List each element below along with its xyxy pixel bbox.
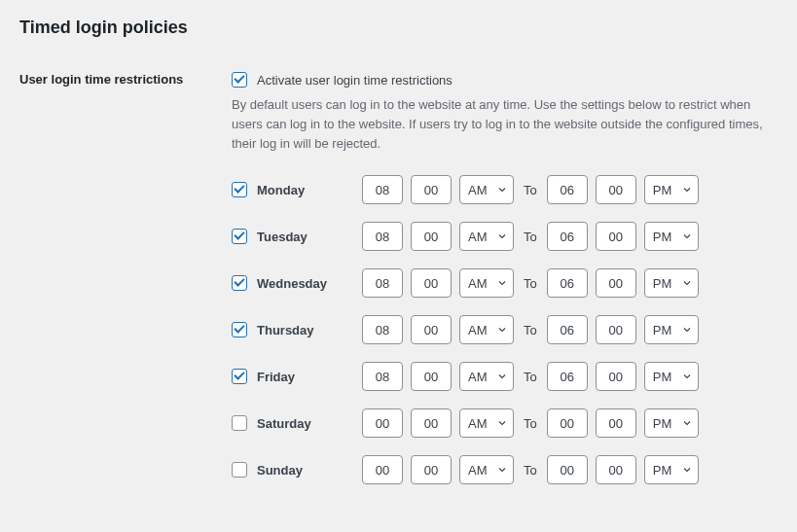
end-ampm-select[interactable]: PM — [644, 362, 699, 391]
day-row: FridayAMToPM — [232, 362, 778, 391]
end-ampm-select[interactable]: PM — [644, 268, 699, 298]
end-minute-input[interactable] — [596, 455, 636, 484]
day-row: WednesdayAMToPM — [232, 268, 778, 298]
start-ampm-select[interactable]: AM — [459, 408, 514, 438]
day-checkbox[interactable] — [232, 369, 247, 384]
day-name: Thursday — [257, 323, 314, 337]
to-label: To — [524, 323, 537, 337]
section-label: User login time restrictions — [19, 72, 232, 87]
end-minute-input[interactable] — [596, 175, 636, 204]
end-hour-input[interactable] — [547, 362, 588, 391]
end-hour-input[interactable] — [547, 268, 588, 298]
start-hour-input[interactable] — [362, 222, 403, 251]
end-hour-input[interactable] — [547, 315, 588, 344]
to-label: To — [524, 276, 537, 291]
end-ampm-select[interactable]: PM — [644, 315, 699, 344]
day-checkbox[interactable] — [232, 322, 247, 337]
day-name: Wednesday — [257, 276, 327, 291]
activate-checkbox[interactable] — [232, 72, 247, 88]
to-label: To — [524, 463, 537, 478]
to-label: To — [524, 183, 537, 197]
end-hour-input[interactable] — [547, 222, 588, 251]
start-ampm-select[interactable]: AM — [459, 315, 514, 344]
end-minute-input[interactable] — [596, 222, 636, 251]
day-row: ThursdayAMToPM — [232, 315, 778, 344]
setting-content: Activate user login time restrictions By… — [232, 72, 778, 502]
start-hour-input[interactable] — [362, 455, 403, 484]
setting-row-restrictions: User login time restrictions Activate us… — [19, 72, 778, 502]
end-minute-input[interactable] — [596, 268, 636, 298]
start-minute-input[interactable] — [411, 175, 452, 204]
start-ampm-wrap: AM — [459, 408, 514, 438]
end-hour-input[interactable] — [547, 175, 588, 204]
start-ampm-wrap: AM — [459, 268, 514, 298]
day-name: Sunday — [257, 463, 303, 478]
day-row: TuesdayAMToPM — [232, 222, 778, 251]
day-name: Tuesday — [257, 230, 308, 244]
start-hour-input[interactable] — [362, 362, 403, 391]
end-ampm-select[interactable]: PM — [644, 175, 699, 204]
start-ampm-wrap: AM — [459, 315, 514, 344]
end-ampm-wrap: PM — [644, 455, 699, 484]
start-ampm-select[interactable]: AM — [459, 222, 514, 251]
day-checkbox[interactable] — [232, 229, 247, 244]
end-ampm-wrap: PM — [644, 222, 699, 251]
start-minute-input[interactable] — [411, 268, 452, 298]
end-hour-input[interactable] — [547, 408, 588, 438]
end-ampm-wrap: PM — [644, 408, 699, 438]
to-label: To — [524, 230, 537, 244]
day-checkbox[interactable] — [232, 182, 247, 197]
end-ampm-wrap: PM — [644, 268, 699, 298]
end-ampm-wrap: PM — [644, 362, 699, 391]
end-hour-input[interactable] — [547, 455, 588, 484]
end-ampm-wrap: PM — [644, 175, 699, 204]
start-ampm-wrap: AM — [459, 362, 514, 391]
day-row: SundayAMToPM — [232, 455, 778, 484]
to-label: To — [524, 370, 537, 384]
activate-label[interactable]: Activate user login time restrictions — [257, 73, 453, 88]
page-title: Timed login policies — [19, 18, 778, 38]
end-minute-input[interactable] — [596, 408, 636, 438]
end-ampm-wrap: PM — [644, 315, 699, 344]
end-ampm-select[interactable]: PM — [644, 222, 699, 251]
start-minute-input[interactable] — [411, 222, 452, 251]
day-checkbox-label[interactable]: Sunday — [232, 462, 362, 478]
to-label: To — [524, 416, 537, 431]
day-checkbox-label[interactable]: Friday — [232, 369, 362, 384]
end-ampm-select[interactable]: PM — [644, 408, 699, 438]
day-checkbox[interactable] — [232, 415, 247, 431]
day-checkbox-label[interactable]: Saturday — [232, 415, 362, 431]
start-ampm-select[interactable]: AM — [459, 175, 514, 204]
day-checkbox[interactable] — [232, 275, 247, 291]
start-hour-input[interactable] — [362, 315, 403, 344]
start-ampm-select[interactable]: AM — [459, 268, 514, 298]
day-checkbox-label[interactable]: Thursday — [232, 322, 362, 337]
day-row: SaturdayAMToPM — [232, 408, 778, 438]
start-ampm-select[interactable]: AM — [459, 362, 514, 391]
day-checkbox-label[interactable]: Monday — [232, 182, 362, 197]
days-container: MondayAMToPMTuesdayAMToPMWednesdayAMToPM… — [232, 175, 778, 484]
day-row: MondayAMToPM — [232, 175, 778, 204]
activate-row: Activate user login time restrictions — [232, 72, 778, 88]
start-minute-input[interactable] — [411, 315, 452, 344]
day-checkbox-label[interactable]: Wednesday — [232, 275, 362, 291]
day-checkbox-label[interactable]: Tuesday — [232, 229, 362, 244]
end-minute-input[interactable] — [596, 362, 636, 391]
day-name: Saturday — [257, 416, 311, 431]
day-name: Monday — [257, 183, 305, 197]
start-ampm-select[interactable]: AM — [459, 455, 514, 484]
start-ampm-wrap: AM — [459, 175, 514, 204]
end-minute-input[interactable] — [596, 315, 636, 344]
start-hour-input[interactable] — [362, 408, 403, 438]
description-text: By default users can log in to the websi… — [232, 95, 777, 154]
start-minute-input[interactable] — [411, 408, 452, 438]
start-ampm-wrap: AM — [459, 222, 514, 251]
day-name: Friday — [257, 370, 295, 384]
end-ampm-select[interactable]: PM — [644, 455, 699, 484]
day-checkbox[interactable] — [232, 462, 247, 478]
start-hour-input[interactable] — [362, 175, 403, 204]
start-minute-input[interactable] — [411, 455, 452, 484]
start-ampm-wrap: AM — [459, 455, 514, 484]
start-hour-input[interactable] — [362, 268, 403, 298]
start-minute-input[interactable] — [411, 362, 452, 391]
